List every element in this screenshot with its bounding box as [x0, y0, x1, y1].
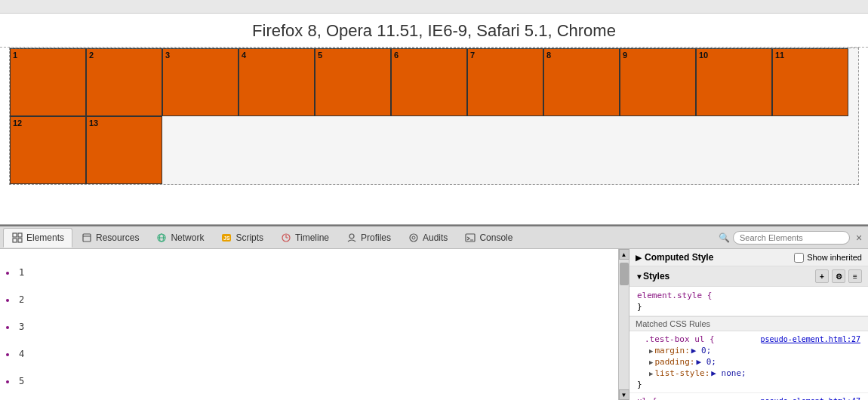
html-line-4: 5: [6, 361, 612, 388]
box-number-5: 5: [318, 51, 322, 60]
liststyle-expand[interactable]: ▶: [649, 370, 653, 377]
css-rule-2-link[interactable]: pseudo-element.html:47: [761, 397, 860, 400]
svg-rect-4: [83, 234, 91, 242]
css-rule-2-selector: ul {: [637, 396, 657, 400]
html-line-2: 3: [6, 306, 612, 334]
css-rule-1-close-line: }: [637, 379, 860, 390]
matched-css-header: Matched CSS Rules: [629, 316, 868, 331]
scrollbar[interactable]: ▲ ▼: [619, 249, 629, 400]
style-settings-button[interactable]: ⚙: [832, 269, 845, 283]
css-liststyle-line: ▶ list-style: ▶ none;: [637, 368, 860, 379]
box-number-11: 11: [775, 51, 784, 60]
devtools-body: 12345678910111213</ul> ▲ ▼ ▶ Computed St…: [0, 249, 868, 400]
svg-rect-0: [13, 233, 17, 237]
css-rule-1-link[interactable]: pseudo-element.html:27: [761, 335, 860, 343]
css-rule-1-selector-line: .test-box ul { pseudo-element.html:27: [637, 334, 860, 345]
show-inherited-area: Show inherited: [794, 253, 862, 263]
tab-network-label: Network: [171, 232, 204, 243]
css-liststyle-value: ▶ none;: [711, 368, 746, 378]
timeline-icon: [280, 232, 292, 244]
scroll-up-arrow[interactable]: ▲: [619, 249, 629, 260]
css-margin-prop: margin:: [654, 346, 689, 355]
element-style-close: }: [637, 302, 642, 312]
box-number-10: 10: [699, 51, 708, 60]
box-8: 8: [543, 48, 620, 116]
tab-profiles-label: Profiles: [361, 232, 391, 243]
tab-timeline[interactable]: Timeline: [272, 228, 337, 248]
html-line-0: 1: [6, 252, 612, 279]
tab-resources-label: Resources: [96, 232, 139, 243]
tab-scripts-label: Scripts: [235, 232, 263, 243]
scripts-icon: JS: [220, 232, 232, 244]
search-area: 🔍: [719, 231, 850, 245]
tab-network[interactable]: Network: [147, 228, 212, 248]
css-liststyle-prop: list-style:: [654, 368, 709, 378]
close-button[interactable]: ×: [853, 232, 865, 244]
tab-scripts[interactable]: JS Scripts: [212, 228, 272, 248]
audits-icon: [408, 232, 420, 244]
tab-console[interactable]: Console: [456, 228, 521, 248]
show-inherited-label: Show inherited: [807, 253, 862, 262]
style-options-button[interactable]: ≡: [848, 269, 862, 283]
scroll-down-arrow[interactable]: ▼: [619, 389, 629, 400]
tab-audits[interactable]: Audits: [399, 228, 456, 248]
svg-point-15: [410, 234, 417, 242]
box-2: 2: [86, 48, 162, 116]
page-title: Firefox 8, Opera 11.51, IE6-9, Safari 5.…: [0, 14, 868, 48]
css-padding-prop: padding:: [654, 357, 694, 367]
tab-profiles[interactable]: Profiles: [337, 228, 399, 248]
html-source-panel[interactable]: 12345678910111213</ul>: [0, 249, 619, 400]
search-icon: 🔍: [719, 232, 730, 243]
devtools-panel: Elements Resources Network JS Scripts Ti…: [0, 225, 868, 400]
search-input[interactable]: [733, 231, 850, 245]
box-number-8: 8: [546, 51, 551, 60]
box-3: 3: [162, 48, 239, 116]
add-style-button[interactable]: +: [815, 269, 829, 283]
tab-console-label: Console: [479, 232, 512, 243]
computed-style-triangle[interactable]: ▶: [636, 254, 642, 262]
box-number-4: 4: [242, 51, 246, 60]
styles-toolbar: + ⚙ ≡: [815, 269, 862, 283]
html-line-5: 6: [6, 388, 612, 400]
show-inherited-checkbox[interactable]: [794, 253, 804, 263]
network-icon: [155, 232, 168, 244]
svg-text:JS: JS: [223, 235, 230, 241]
tab-resources[interactable]: Resources: [72, 228, 147, 248]
element-style-close-line: }: [637, 301, 860, 312]
html-line-3: 4: [6, 334, 612, 361]
box-number-12: 12: [13, 118, 22, 128]
profiles-icon: [346, 232, 358, 244]
padding-expand[interactable]: ▶: [649, 358, 653, 366]
computed-style-label: Computed Style: [645, 252, 713, 263]
css-rule-1-selector: .test-box ul {: [645, 334, 715, 344]
browser-content: Firefox 8, Opera 11.51, IE6-9, Safari 5.…: [0, 14, 868, 225]
styles-panel: ▶ Computed Style Show inherited ▼ Styles…: [629, 249, 868, 400]
svg-rect-3: [18, 238, 22, 242]
box-7: 7: [467, 48, 543, 116]
styles-triangle[interactable]: ▼: [636, 272, 643, 281]
box-4: 4: [239, 48, 315, 116]
box-number-9: 9: [623, 51, 627, 60]
tab-timeline-label: Timeline: [295, 232, 329, 243]
scroll-thumb[interactable]: [620, 263, 629, 285]
tab-elements[interactable]: Elements: [3, 228, 72, 248]
computed-style-header: ▶ Computed Style Show inherited: [629, 249, 868, 266]
box-number-13: 13: [89, 118, 98, 128]
box-12: 12: [10, 116, 86, 184]
css-margin-value: ▶ 0;: [691, 346, 712, 355]
elements-icon: [11, 232, 23, 244]
box-13: 13: [86, 116, 162, 184]
element-style-block: element.style { }: [629, 287, 868, 316]
box-number-7: 7: [470, 51, 475, 60]
element-style-selector: element.style {: [637, 291, 712, 300]
css-rule-2-block: ul { pseudo-element.html:47: [629, 393, 868, 400]
css-margin-line: ▶ margin: ▶ 0;: [637, 345, 860, 356]
tab-elements-label: Elements: [26, 232, 64, 243]
tab-audits-label: Audits: [423, 232, 448, 243]
styles-section-header: ▼ Styles + ⚙ ≡: [629, 266, 868, 287]
box-number-6: 6: [394, 51, 399, 60]
styles-section-label: Styles: [643, 271, 669, 282]
margin-expand[interactable]: ▶: [649, 347, 653, 355]
box-number-1: 1: [13, 51, 17, 60]
element-style-rule-line: element.style {: [637, 290, 860, 301]
